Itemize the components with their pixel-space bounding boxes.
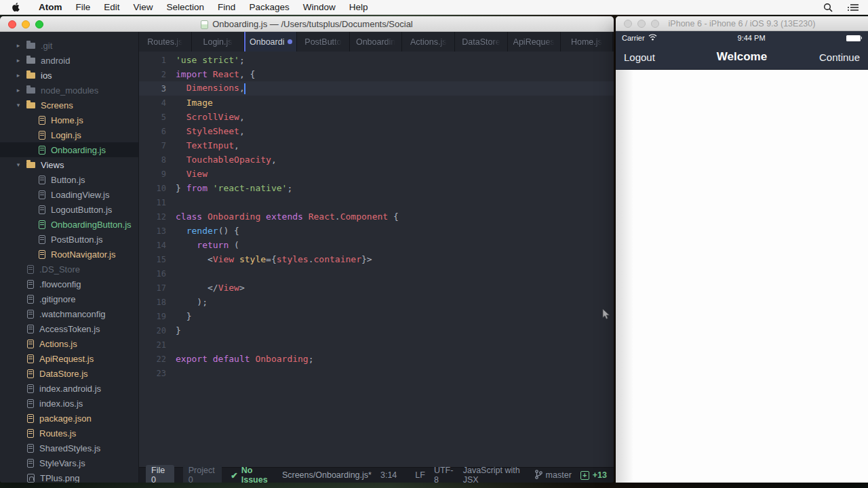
tree-item-accesstoken-js[interactable]: AccessToken.js (0, 321, 138, 336)
tree-item-home-js[interactable]: Home.js (0, 113, 138, 127)
line-number[interactable]: 7 (139, 141, 166, 150)
code-editor[interactable]: 1'use strict';2import React, {3 Dimensio… (139, 52, 614, 467)
line-number[interactable]: 20 (139, 326, 166, 336)
simulator-title-bar[interactable]: iPhone 6 - iPhone 6 / iOS 9.3 (13E230) (616, 16, 868, 31)
menu-view[interactable]: View (127, 0, 160, 15)
tree-folder-node-modules[interactable]: ▸node_modules (0, 83, 138, 98)
menu-edit[interactable]: Edit (97, 0, 126, 15)
line-number[interactable]: 2 (139, 70, 166, 79)
git-branch[interactable]: master (535, 470, 572, 481)
tree-item-index-android-js[interactable]: index.android.js (0, 381, 138, 396)
menu-window[interactable]: Window (296, 0, 342, 15)
line-number[interactable]: 12 (139, 212, 166, 222)
file-issues-button[interactable]: File 0 (146, 465, 174, 483)
line-number[interactable]: 11 (139, 198, 166, 207)
close-button[interactable] (8, 20, 16, 28)
tab-actions-js[interactable]: Actions.js (402, 32, 455, 52)
tree-folder-views[interactable]: ▾Views (0, 157, 138, 172)
line-number[interactable]: 15 (139, 255, 166, 264)
git-diff-count[interactable]: + +13 (580, 470, 607, 480)
tree-item-index-ios-js[interactable]: index.ios.js (0, 396, 138, 411)
tree-view[interactable]: ▸.git▸android▸ios▸node_modules▾ScreensHo… (0, 32, 139, 483)
line-number[interactable]: 9 (139, 169, 166, 179)
minimize-button[interactable] (637, 20, 646, 28)
tab-postbutto[interactable]: PostButto (297, 32, 350, 52)
menu-selection[interactable]: Selection (160, 0, 212, 15)
tree-item--watchmanconfig[interactable]: .watchmanconfig (0, 306, 138, 321)
logout-button[interactable]: Logout (624, 52, 678, 63)
tree-item-rootnavigator-js[interactable]: RootNavigator.js (0, 247, 138, 262)
line-number[interactable]: 22 (139, 354, 166, 364)
tree-item-routes-js[interactable]: Routes.js (0, 426, 138, 441)
line-number[interactable]: 16 (139, 269, 166, 279)
tree-folder-ios[interactable]: ▸ios (0, 68, 138, 83)
chevron-down-icon[interactable]: ▾ (15, 161, 22, 168)
search-icon[interactable] (823, 3, 833, 12)
line-number[interactable]: 5 (139, 113, 166, 122)
line-number[interactable]: 8 (139, 155, 166, 165)
tree-item--gitignore[interactable]: .gitignore (0, 291, 138, 306)
grammar-selector[interactable]: JavaScript with JSX (463, 466, 526, 483)
chevron-right-icon[interactable]: ▸ (15, 87, 22, 94)
tree-item-apirequest-js[interactable]: ApiRequest.js (0, 351, 138, 366)
tree-item-login-js[interactable]: Login.js (0, 127, 138, 142)
lint-status[interactable]: ✔No Issues (231, 466, 273, 483)
tree-item--ds-store[interactable]: .DS_Store (0, 262, 138, 277)
zoom-button[interactable] (651, 20, 659, 28)
line-number[interactable]: 18 (139, 298, 166, 307)
tree-item--flowconfig[interactable]: .flowconfig (0, 277, 138, 291)
minimize-button[interactable] (22, 20, 30, 28)
notification-center-icon[interactable] (848, 3, 859, 12)
line-number[interactable]: 6 (139, 127, 166, 136)
line-number[interactable]: 23 (139, 369, 166, 378)
tree-item-loadingview-js[interactable]: LoadingView.js (0, 187, 138, 202)
line-number[interactable]: 19 (139, 312, 166, 321)
line-number[interactable]: 13 (139, 226, 166, 236)
file-path[interactable]: Screens/Onboarding.js* (282, 470, 372, 480)
tab-onboardi[interactable]: Onboardi (244, 32, 297, 52)
line-number[interactable]: 21 (139, 340, 166, 350)
tree-item-sharedstyles-js[interactable]: SharedStyles.js (0, 441, 138, 455)
chevron-down-icon[interactable]: ▾ (15, 102, 22, 108)
tree-item-logoutbutton-js[interactable]: LogoutButton.js (0, 202, 138, 217)
editor-title-bar[interactable]: Onboarding.js — /Users/tutsplus/Document… (0, 16, 614, 32)
tree-folder-screens[interactable]: ▾Screens (0, 98, 138, 113)
menu-help[interactable]: Help (342, 0, 375, 15)
tree-item-postbutton-js[interactable]: PostButton.js (0, 232, 138, 247)
apple-icon[interactable] (11, 2, 20, 12)
tab-routes-js[interactable]: Routes.js (139, 32, 192, 52)
tree-item-button-js[interactable]: Button.js (0, 172, 138, 187)
close-button[interactable] (624, 20, 632, 28)
tab-datastore[interactable]: DataStore (455, 32, 508, 52)
tab-onboardin[interactable]: Onboardin (350, 32, 403, 52)
tree-folder-android[interactable]: ▸android (0, 53, 138, 68)
project-issues-button[interactable]: Project 0 (183, 465, 222, 483)
tree-item-actions-js[interactable]: Actions.js (0, 336, 138, 351)
chevron-right-icon[interactable]: ▸ (15, 57, 22, 64)
tab-home-js[interactable]: Home.js (561, 32, 614, 52)
line-number[interactable]: 1 (139, 56, 166, 65)
chevron-right-icon[interactable]: ▸ (15, 72, 22, 79)
menu-find[interactable]: Find (211, 0, 242, 15)
line-number[interactable]: 14 (139, 241, 166, 250)
line-number[interactable]: 3 (139, 84, 166, 94)
tab-login-js[interactable]: Login.js (192, 32, 245, 52)
tree-item-onboarding-js[interactable]: Onboarding.js (0, 142, 138, 157)
tree-item-onboardingbutton-js[interactable]: OnboardingButton.js (0, 217, 138, 232)
line-number[interactable]: 4 (139, 98, 166, 108)
encoding[interactable]: UTF-8 (434, 466, 454, 483)
tree-item-tplus-png[interactable]: TPlus.png (0, 470, 138, 483)
ios-screen-content[interactable] (616, 70, 868, 483)
line-number[interactable]: 17 (139, 283, 166, 293)
continue-button[interactable]: Continue (806, 52, 860, 63)
tree-item-stylevars-js[interactable]: StyleVars.js (0, 455, 138, 470)
chevron-right-icon[interactable]: ▸ (15, 42, 22, 49)
line-number[interactable]: 10 (139, 184, 166, 193)
menu-app-name[interactable]: Atom (32, 0, 69, 15)
menu-packages[interactable]: Packages (242, 0, 296, 15)
tree-item-package-json[interactable]: package.json (0, 411, 138, 426)
tree-item-datastore-js[interactable]: DataStore.js (0, 366, 138, 381)
cursor-position[interactable]: 3:14 (380, 470, 397, 480)
tree-folder--git[interactable]: ▸.git (0, 38, 138, 53)
zoom-button[interactable] (35, 20, 43, 28)
